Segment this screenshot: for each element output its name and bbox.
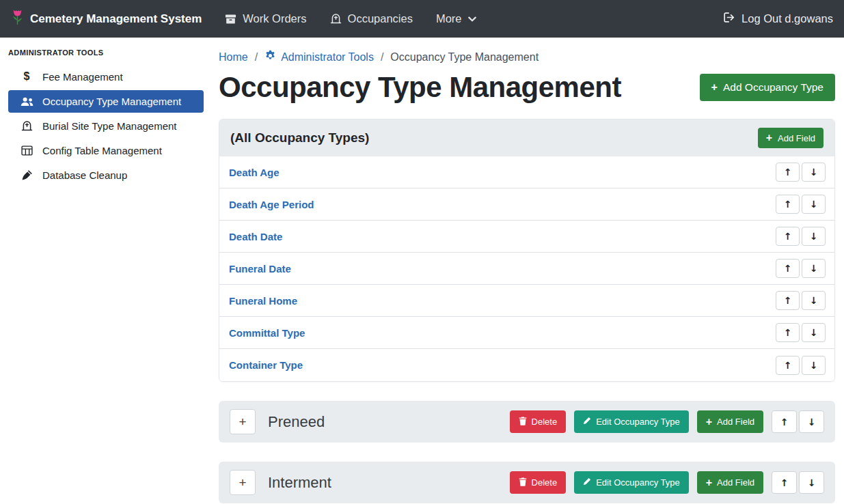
delete-section-button[interactable]: Delete [510, 410, 567, 433]
add-occupancy-type-button[interactable]: + Add Occupancy Type [700, 74, 835, 101]
edit-occupancy-type-button[interactable]: Edit Occupancy Type [574, 471, 689, 494]
field-link[interactable]: Death Age [229, 167, 280, 178]
field-link[interactable]: Death Date [229, 231, 282, 242]
move-down-button[interactable]: ↓ [802, 195, 826, 214]
arrow-up-icon: ↑ [780, 477, 789, 488]
arrow-down-icon: ↓ [810, 263, 818, 274]
sidebar-item-label: Database Cleanup [42, 169, 127, 181]
reorder-controls: ↑ ↓ [776, 323, 826, 342]
expand-section-button[interactable]: + [230, 470, 256, 495]
add-field-button[interactable]: + Add Field [697, 471, 763, 494]
move-up-button[interactable]: ↑ [772, 471, 797, 494]
app-brand[interactable]: Cemetery Management System [11, 8, 202, 29]
breadcrumb-admin-tools-link[interactable]: Administrator Tools [264, 50, 374, 64]
tulip-logo-icon [11, 8, 24, 29]
move-down-button[interactable]: ↓ [802, 323, 826, 342]
move-down-button[interactable]: ↓ [799, 471, 824, 494]
tombstone-icon [330, 13, 342, 25]
sidebar-item-config-table-management[interactable]: Config Table Management [8, 139, 204, 162]
breadcrumb-home-link[interactable]: Home [219, 51, 248, 64]
nav-occupancies[interactable]: Occupancies [330, 12, 413, 25]
move-down-button[interactable]: ↓ [802, 259, 826, 278]
nav-more[interactable]: More [436, 12, 476, 25]
move-down-button[interactable]: ↓ [802, 356, 826, 375]
arrow-up-icon: ↑ [784, 167, 792, 178]
move-down-button[interactable]: ↓ [802, 227, 826, 246]
reorder-controls: ↑ ↓ [776, 259, 826, 278]
breadcrumb: Home / Administrator Tools / Occupancy T… [219, 50, 835, 64]
sidebar-item-occupancy-type-management[interactable]: Occupancy Type Management [8, 90, 204, 113]
plus-icon: + [706, 417, 712, 428]
edit-occupancy-type-button[interactable]: Edit Occupancy Type [574, 410, 689, 433]
sidebar-item-label: Config Table Management [42, 145, 162, 156]
field-link[interactable]: Container Type [229, 359, 303, 371]
reorder-controls: ↑ ↓ [776, 227, 826, 246]
move-down-button[interactable]: ↓ [802, 163, 826, 182]
arrow-up-icon: ↑ [784, 263, 792, 274]
field-row: Committal Type ↑ ↓ [219, 317, 834, 349]
field-link[interactable]: Death Age Period [229, 199, 314, 210]
arrow-down-icon: ↓ [810, 327, 818, 338]
plus-icon: + [766, 132, 772, 143]
move-up-button[interactable]: ↑ [776, 323, 800, 342]
arrow-up-icon: ↑ [784, 231, 792, 242]
tombstone-icon [20, 120, 33, 132]
move-up-button[interactable]: ↑ [776, 356, 800, 375]
plus-icon: + [711, 82, 718, 93]
field-row: Death Age ↑ ↓ [219, 156, 834, 188]
trash-icon [519, 477, 527, 488]
top-navbar: Cemetery Management System Work Orders [0, 0, 844, 38]
breadcrumb-current: Occupancy Type Management [390, 51, 539, 64]
sidebar-item-database-cleanup[interactable]: Database Cleanup [8, 164, 204, 186]
reorder-controls: ↑ ↓ [776, 291, 826, 310]
add-field-button[interactable]: + Add Field [697, 410, 763, 433]
trash-icon [519, 417, 527, 428]
add-field-button[interactable]: + Add Field [758, 128, 823, 148]
add-occupancy-type-label: Add Occupancy Type [723, 81, 823, 94]
arrow-up-icon: ↑ [780, 417, 789, 428]
move-down-button[interactable]: ↓ [802, 291, 826, 310]
delete-section-button[interactable]: Delete [510, 471, 567, 494]
page-title: Occupancy Type Management [219, 71, 621, 104]
pencil-icon [583, 477, 591, 488]
move-up-button[interactable]: ↑ [776, 259, 800, 278]
field-row: Container Type ↑ ↓ [219, 349, 834, 381]
add-field-label: Add Field [717, 417, 754, 427]
sidebar-item-burial-site-type-management[interactable]: Burial Site Type Management [8, 115, 204, 137]
delete-label: Delete [532, 477, 558, 488]
move-up-button[interactable]: ↑ [776, 163, 800, 182]
logout-icon [724, 12, 735, 25]
move-up-button[interactable]: ↑ [772, 410, 797, 433]
all-occupancy-types-card: (All Occupancy Types) + Add Field Death … [219, 119, 835, 382]
arrow-up-icon: ↑ [784, 199, 792, 210]
field-link[interactable]: Funeral Date [229, 263, 291, 275]
logout-button[interactable]: Log Out d.gowans [724, 12, 833, 25]
nav-work-orders-label: Work Orders [243, 12, 306, 25]
move-up-button[interactable]: ↑ [776, 291, 800, 310]
gear-icon [264, 50, 276, 64]
reorder-controls: ↑ ↓ [776, 356, 826, 375]
add-field-label: Add Field [778, 133, 815, 143]
pencil-icon [583, 417, 591, 427]
arrow-up-icon: ↑ [784, 295, 792, 306]
field-link[interactable]: Funeral Home [229, 295, 297, 307]
arrow-down-icon: ↓ [810, 295, 818, 306]
move-up-button[interactable]: ↑ [776, 227, 800, 246]
section-bar-preneed: + Preneed Delete [219, 401, 835, 443]
breadcrumb-home-label: Home [219, 51, 248, 64]
nav-work-orders[interactable]: Work Orders [225, 12, 306, 25]
arrow-down-icon: ↓ [810, 199, 818, 210]
field-row: Funeral Date ↑ ↓ [219, 253, 834, 285]
field-link[interactable]: Committal Type [229, 327, 305, 339]
section-actions: Delete Edit Occupancy Type + Add Field ↑ [510, 410, 824, 433]
breadcrumb-separator: / [255, 51, 258, 64]
edit-label: Edit Occupancy Type [596, 417, 680, 427]
move-down-button[interactable]: ↓ [799, 410, 824, 433]
move-up-button[interactable]: ↑ [776, 195, 800, 214]
sidebar-item-fee-management[interactable]: $ Fee Management [8, 65, 204, 88]
expand-section-button[interactable]: + [230, 409, 256, 434]
work-orders-box-icon [225, 14, 236, 25]
reorder-controls: ↑ ↓ [776, 163, 826, 182]
edit-label: Edit Occupancy Type [596, 477, 680, 488]
card-title: (All Occupancy Types) [230, 130, 369, 145]
